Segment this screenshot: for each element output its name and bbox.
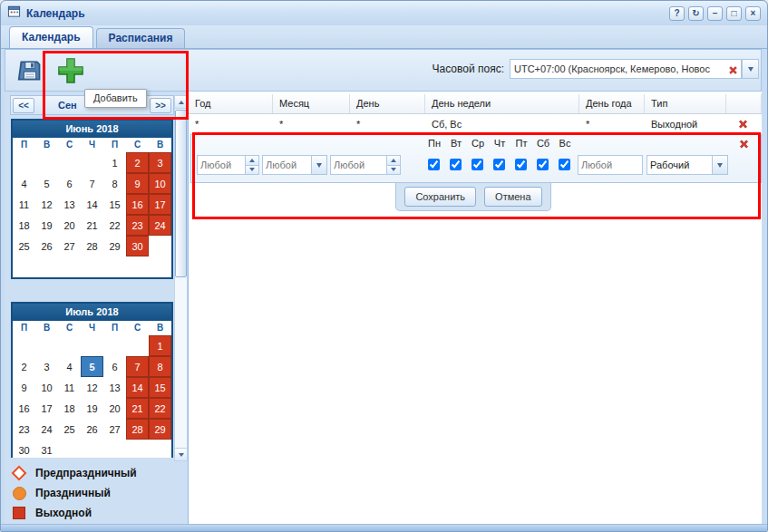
- calendar-day[interactable]: 9: [126, 173, 149, 194]
- scroll-down-icon[interactable]: [175, 448, 187, 460]
- calendar-day[interactable]: 4: [58, 356, 81, 377]
- save-button[interactable]: [13, 54, 47, 87]
- scrollbar-thumb[interactable]: [175, 110, 187, 277]
- calendar-day[interactable]: 2: [13, 356, 35, 377]
- calendar-day[interactable]: 7: [81, 173, 103, 194]
- calendar-day[interactable]: 21: [81, 215, 103, 236]
- tab-schedules[interactable]: Расписания: [96, 28, 186, 48]
- calendar-day[interactable]: 22: [149, 398, 171, 419]
- calendar-day[interactable]: 7: [126, 356, 149, 377]
- calendar-day[interactable]: 8: [149, 356, 171, 377]
- month-dropdown-arrow[interactable]: [312, 155, 327, 175]
- calendar-day[interactable]: 14: [126, 377, 149, 398]
- calendar-day[interactable]: 18: [13, 215, 35, 236]
- calendar-day[interactable]: 1: [149, 335, 171, 356]
- calendar-day[interactable]: 27: [58, 236, 81, 256]
- calendar-day[interactable]: 31: [35, 440, 58, 458]
- calendar-day[interactable]: 15: [103, 194, 126, 215]
- calendar-day[interactable]: 16: [126, 194, 149, 215]
- tab-calendar[interactable]: Календарь: [9, 26, 93, 48]
- day-input[interactable]: [330, 155, 387, 175]
- calendar-day[interactable]: 29: [103, 236, 126, 256]
- close-button[interactable]: ×: [745, 6, 761, 21]
- calendar-day[interactable]: 2: [126, 152, 149, 173]
- sidebar-scrollbar[interactable]: [174, 95, 188, 461]
- grid-header-2[interactable]: Месяц: [273, 94, 350, 113]
- weekday-checkbox-3[interactable]: [471, 159, 483, 170]
- calendar-day[interactable]: 23: [13, 419, 35, 440]
- day-spin-up-icon[interactable]: [387, 156, 400, 166]
- weekday-checkbox-5[interactable]: [515, 159, 527, 170]
- calendar-day[interactable]: 26: [35, 236, 58, 256]
- calendar-day[interactable]: 17: [35, 398, 58, 419]
- calendar-day[interactable]: 28: [81, 236, 103, 256]
- calendar-day[interactable]: 8: [103, 173, 126, 194]
- calendar-day[interactable]: 25: [13, 236, 35, 256]
- calendar-day[interactable]: 26: [81, 419, 103, 440]
- calendar-day[interactable]: 13: [103, 377, 126, 398]
- calendar-day[interactable]: 17: [149, 194, 171, 215]
- calendar-day[interactable]: 10: [149, 173, 171, 194]
- calendar-day[interactable]: 24: [35, 419, 58, 440]
- scroll-up-icon[interactable]: [175, 96, 187, 109]
- timezone-clear-icon[interactable]: [727, 63, 739, 75]
- calendar-day[interactable]: 29: [149, 419, 171, 440]
- calendar-day[interactable]: 6: [58, 173, 81, 194]
- calendar-day[interactable]: 30: [126, 236, 149, 256]
- calendar-day[interactable]: 3: [35, 356, 58, 377]
- calendar-day[interactable]: 21: [126, 398, 149, 419]
- next-month-button[interactable]: >>: [150, 98, 171, 113]
- table-row[interactable]: ***Сб, Вс*Выходной: [189, 114, 762, 134]
- calendar-day[interactable]: 12: [81, 377, 103, 398]
- calendar-day[interactable]: 3: [149, 152, 171, 173]
- type-input[interactable]: [646, 155, 713, 175]
- calendar-day[interactable]: 6: [103, 356, 126, 377]
- timezone-dropdown-arrow[interactable]: [742, 59, 759, 79]
- weekday-checkbox-7[interactable]: [559, 159, 570, 170]
- grid-header-5[interactable]: День года: [579, 94, 645, 113]
- add-button[interactable]: [52, 53, 90, 89]
- row-delete-icon[interactable]: [736, 118, 750, 131]
- calendar-day[interactable]: 9: [13, 377, 35, 398]
- cancel-button[interactable]: Отмена: [484, 187, 541, 207]
- grid-header-3[interactable]: День: [350, 94, 425, 113]
- type-dropdown-arrow[interactable]: [713, 155, 728, 175]
- calendar-day[interactable]: 20: [103, 398, 126, 419]
- calendar-day[interactable]: 5: [81, 356, 103, 377]
- year-spin-up-icon[interactable]: [246, 156, 258, 166]
- month-input[interactable]: [262, 155, 312, 175]
- prev-month-button[interactable]: <<: [13, 98, 34, 113]
- save-rule-button[interactable]: Сохранить: [404, 187, 476, 207]
- calendar-day[interactable]: 4: [13, 173, 35, 194]
- calendar-day[interactable]: 23: [126, 215, 149, 236]
- help-button[interactable]: ?: [669, 6, 685, 21]
- calendar-day[interactable]: 24: [149, 215, 171, 236]
- editor-delete-icon[interactable]: [737, 138, 751, 150]
- maximize-button[interactable]: □: [726, 6, 742, 21]
- weekday-checkbox-4[interactable]: [493, 159, 505, 170]
- calendar-day[interactable]: 20: [58, 215, 81, 236]
- calendar-day[interactable]: 28: [126, 419, 149, 440]
- calendar-day[interactable]: 19: [81, 398, 103, 419]
- calendar-day[interactable]: 14: [81, 194, 103, 215]
- year-input[interactable]: [197, 155, 246, 175]
- weekday-checkbox-2[interactable]: [450, 159, 462, 170]
- year-spin-down-icon[interactable]: [246, 166, 258, 175]
- calendar-day[interactable]: 10: [35, 377, 58, 398]
- calendar-day[interactable]: 22: [103, 215, 126, 236]
- day-of-year-input[interactable]: [578, 155, 643, 175]
- timezone-combobox[interactable]: UTC+07:00 (Красноярск, Кемерово, Новос: [510, 59, 742, 79]
- calendar-day[interactable]: 19: [35, 215, 58, 236]
- calendar-day[interactable]: 11: [13, 194, 35, 215]
- day-spin-down-icon[interactable]: [387, 166, 400, 175]
- weekday-checkbox-1[interactable]: [428, 159, 440, 170]
- grid-header-4[interactable]: День недели: [425, 94, 579, 113]
- calendar-day[interactable]: 30: [13, 440, 35, 458]
- weekday-checkbox-6[interactable]: [537, 159, 549, 170]
- calendar-day[interactable]: 5: [35, 173, 58, 194]
- calendar-day[interactable]: 16: [13, 398, 35, 419]
- calendar-day[interactable]: 11: [58, 377, 81, 398]
- grid-header-1[interactable]: Год: [189, 94, 273, 113]
- calendar-day[interactable]: 18: [58, 398, 81, 419]
- calendar-day[interactable]: 13: [58, 194, 81, 215]
